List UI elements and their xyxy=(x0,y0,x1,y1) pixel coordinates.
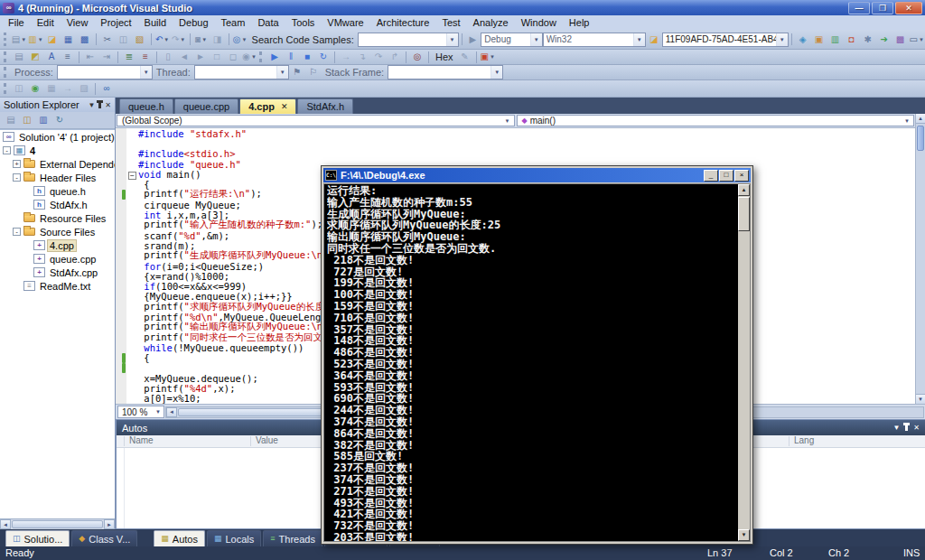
dropdown-arrow-icon[interactable]: ▼ xyxy=(241,37,247,42)
menu-item-window[interactable]: Window xyxy=(515,16,563,29)
menu-item-data[interactable]: Data xyxy=(251,16,285,29)
console-titlebar[interactable]: C:\ F:\4\.\Debug\4.exe _ □ × xyxy=(323,168,751,182)
editor-vscrollbar[interactable]: ▲ ▼ xyxy=(915,114,925,404)
doc-tab-queue-cpp[interactable]: queue.cpp xyxy=(174,98,238,114)
panel-close-icon[interactable]: ✕ xyxy=(913,424,920,432)
step-out-icon[interactable]: ↱ xyxy=(388,51,402,64)
cut-icon[interactable]: ✂ xyxy=(100,33,115,46)
scrollbar-thumb[interactable] xyxy=(917,126,924,151)
menu-item-file[interactable]: File xyxy=(2,16,31,29)
vmware-snapshot-icon[interactable]: ▦ xyxy=(44,82,59,96)
bookmark-icon[interactable]: ▯ xyxy=(161,51,175,64)
stop-icon[interactable]: ■ xyxy=(300,51,314,64)
tree-expander-icon[interactable]: - xyxy=(13,228,21,236)
pause-icon[interactable]: ‖ xyxy=(284,51,298,64)
tree-item-4-cpp[interactable]: +4.cpp xyxy=(0,238,115,252)
tree-item-readme-txt[interactable]: ≡ReadMe.txt xyxy=(0,279,115,293)
search-icon[interactable]: ◎▼ xyxy=(233,33,248,46)
menu-item-test[interactable]: Test xyxy=(435,16,466,29)
tree-expander-icon[interactable]: - xyxy=(3,146,11,154)
navigate-icon[interactable]: ◨ xyxy=(210,33,225,46)
next-bookmark-icon[interactable]: ► xyxy=(193,51,208,64)
scroll-up-icon[interactable]: ▲ xyxy=(916,114,925,124)
continue-icon[interactable]: ▶ xyxy=(267,51,282,64)
tree-expander-icon[interactable]: - xyxy=(13,173,21,182)
console-window[interactable]: C:\ F:\4\.\Debug\4.exe _ □ × 运行结果:输入产生随机… xyxy=(321,165,753,545)
se-properties-icon[interactable]: ▤ xyxy=(4,114,18,127)
process-combo[interactable]: ▼ xyxy=(57,65,153,79)
tree-item-stdafx-h[interactable]: hStdAfx.h xyxy=(0,198,115,211)
tree-expander-icon[interactable]: + xyxy=(13,160,21,168)
column-header-lang[interactable]: Lang xyxy=(794,435,814,445)
se-refresh-icon[interactable]: ↻ xyxy=(52,114,67,127)
bottom-tab-threads[interactable]: ≡Threads xyxy=(263,530,322,546)
doc-tab-queue-h[interactable]: queue.h xyxy=(119,98,173,114)
word-wrap-icon[interactable]: A xyxy=(44,51,59,64)
menu-item-debug[interactable]: Debug xyxy=(173,16,214,29)
tree-item-header-files[interactable]: -Header Files xyxy=(0,171,115,184)
vmware-replay-icon[interactable]: ◫ xyxy=(12,82,26,96)
pin-icon[interactable] xyxy=(905,425,908,431)
panel-menu-chevron-icon[interactable]: ▼ xyxy=(892,424,900,432)
pin-icon[interactable] xyxy=(98,102,101,108)
panel-close-icon[interactable]: ✕ xyxy=(105,101,111,109)
dropdown-arrow-icon[interactable]: ▼ xyxy=(919,37,924,42)
highlight-icon[interactable]: ✎ xyxy=(458,51,472,64)
comment-lines-icon[interactable]: ≣ xyxy=(122,51,136,64)
menu-item-vmware[interactable]: VMware xyxy=(321,16,369,29)
new-project-icon[interactable]: ▤▼ xyxy=(12,33,26,46)
combo-dropdown-icon[interactable]: ▼ xyxy=(446,33,458,46)
collapse-region-icon[interactable]: − xyxy=(128,172,136,180)
hex-button[interactable]: Hex xyxy=(435,51,453,62)
scope-combo[interactable]: (Global Scope) ▼ xyxy=(117,115,515,126)
panel-menu-chevron-icon[interactable]: ▼ xyxy=(88,101,95,109)
maximize-button[interactable]: ❐ xyxy=(872,2,893,14)
combo-dropdown-icon[interactable]: ▼ xyxy=(491,66,502,79)
menu-item-architecture[interactable]: Architecture xyxy=(370,16,436,29)
redo-icon[interactable]: ↷▼ xyxy=(172,33,186,46)
scrollbar-thumb[interactable] xyxy=(738,197,750,231)
tree-item-queue-h[interactable]: hqueue.h xyxy=(0,184,115,198)
scroll-left-icon[interactable]: ◄ xyxy=(166,407,177,417)
dropdown-arrow-icon[interactable]: ▼ xyxy=(180,37,185,42)
doc-tab-StdAfx-h[interactable]: StdAfx.h xyxy=(297,98,353,114)
tree-item-project-4[interactable]: -▦4 xyxy=(0,144,115,157)
increase-indent-icon[interactable]: ⇥ xyxy=(99,51,114,64)
dropdown-arrow-icon[interactable]: ▼ xyxy=(21,37,26,42)
save-icon[interactable]: ▦ xyxy=(61,33,76,46)
console-vscrollbar[interactable]: ▲ ▼ xyxy=(738,184,750,541)
output-window-icon[interactable]: ▣▼ xyxy=(481,51,495,64)
bottom-tab-locals[interactable]: ▦Locals xyxy=(207,530,261,546)
solution-configurations-combo[interactable]: Debug ▼ xyxy=(481,33,542,47)
menu-item-analyze[interactable]: Analyze xyxy=(467,16,515,29)
combo-dropdown-icon[interactable]: ▼ xyxy=(530,33,542,46)
menu-item-project[interactable]: Project xyxy=(94,16,137,29)
minimize-button[interactable]: — xyxy=(848,2,870,14)
menu-item-team[interactable]: Team xyxy=(215,16,252,29)
zoom-level-combo[interactable]: 100 % ▼ xyxy=(117,406,164,418)
column-header-value[interactable]: Value xyxy=(256,435,278,445)
combo-dropdown-icon[interactable]: ▼ xyxy=(276,66,288,79)
tree-item-source-files[interactable]: -Source Files xyxy=(0,225,115,238)
solution-platforms-combo[interactable]: Win32 ▼ xyxy=(543,33,646,47)
command-window-icon[interactable]: ▭▼ xyxy=(910,33,924,46)
toolbar-grip[interactable] xyxy=(4,51,7,61)
tree-item-external-dependencies[interactable]: +External Dependencies xyxy=(0,157,115,171)
start-debugging-icon[interactable]: ▶ xyxy=(465,33,480,46)
display-quick-info-icon[interactable]: ◩ xyxy=(28,51,42,64)
show-next-statement-icon[interactable]: → xyxy=(339,51,353,64)
toolbar-grip[interactable] xyxy=(259,51,263,61)
dropdown-arrow-icon[interactable]: ▼ xyxy=(201,37,207,42)
combo-dropdown-icon[interactable]: ▼ xyxy=(501,118,514,124)
undo-icon[interactable]: ↶▼ xyxy=(155,33,170,46)
menu-item-build[interactable]: Build xyxy=(138,16,173,29)
attach-process-icon[interactable]: ∞ xyxy=(99,82,114,96)
tree-item-stdafx-cpp[interactable]: +StdAfx.cpp xyxy=(0,266,115,279)
add-new-item-icon[interactable]: ▥▼ xyxy=(28,33,42,46)
uncomment-lines-icon[interactable]: ≡ xyxy=(138,51,153,64)
combo-dropdown-icon[interactable]: ▼ xyxy=(140,66,152,79)
dropdown-arrow-icon[interactable]: ▼ xyxy=(251,54,257,60)
fold-margin[interactable]: − xyxy=(126,169,138,180)
combo-dropdown-icon[interactable]: ▼ xyxy=(901,118,913,124)
step-over-icon[interactable]: ↷ xyxy=(371,51,386,64)
